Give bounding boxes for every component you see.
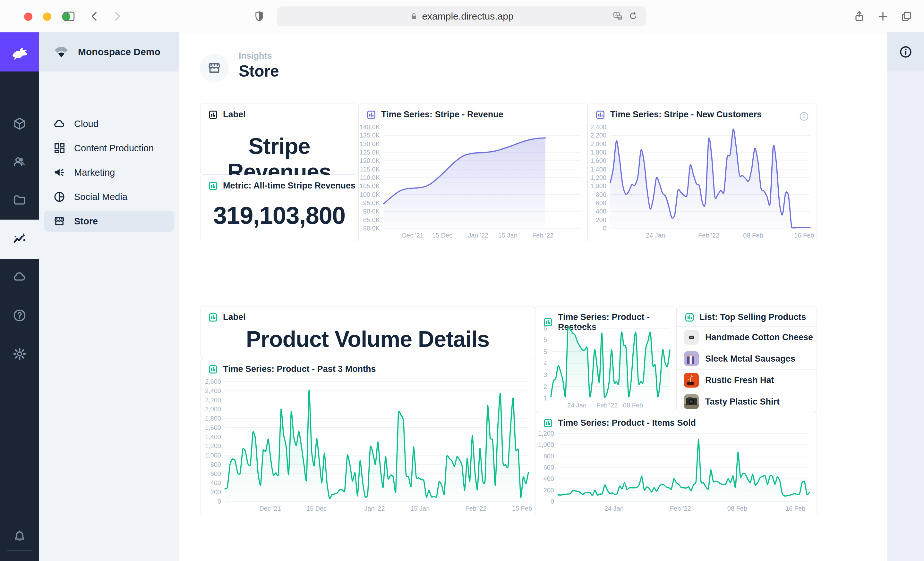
product-name: Rustic Fresh Hat bbox=[705, 375, 774, 385]
panel-header-label: Time Series: Product - Past 3 Months bbox=[223, 364, 376, 374]
sidebar-item-store[interactable]: Store bbox=[44, 211, 174, 232]
panel-header-label: List: Top Selling Products bbox=[699, 312, 806, 322]
svg-text:Dec '21: Dec '21 bbox=[259, 505, 281, 512]
product-name: Handmade Cotton Cheese bbox=[705, 332, 813, 343]
nav-sidebar: Monospace Demo Cloud Content Production … bbox=[39, 32, 179, 561]
share-icon[interactable] bbox=[852, 9, 867, 24]
back-icon[interactable] bbox=[87, 9, 102, 24]
module-files-icon[interactable] bbox=[0, 183, 39, 218]
svg-text:600: 600 bbox=[210, 470, 221, 477]
sidebar-toggle-icon[interactable] bbox=[61, 9, 76, 24]
sidebar-divider bbox=[7, 550, 32, 551]
sidebar-item-label: Cloud bbox=[74, 119, 99, 129]
panel-label-stripe: Label Stripe Revenues bbox=[200, 103, 358, 175]
panel-header-label: Time Series: Stripe - Revenue bbox=[381, 110, 503, 120]
sidebar-item-social-media[interactable]: Social Media bbox=[44, 186, 174, 207]
panel-header-label: Metric: All-time Stripe Revenues bbox=[223, 181, 356, 191]
project-name: Monospace Demo bbox=[78, 46, 160, 57]
restocks-chart[interactable]: 655432124 JanFeb '2208 Feb bbox=[538, 325, 674, 410]
svg-text:24 Jan: 24 Jan bbox=[567, 402, 586, 409]
forward-icon[interactable] bbox=[110, 9, 125, 24]
module-content-icon[interactable] bbox=[0, 106, 39, 141]
svg-text:200: 200 bbox=[543, 487, 554, 494]
svg-text:105.0K: 105.0K bbox=[360, 183, 380, 190]
panel-chart-stripe-revenue: Time Series: Stripe - Revenue 140.0K135.… bbox=[358, 103, 588, 241]
sidebar-item-marketing[interactable]: Marketing bbox=[44, 162, 174, 183]
svg-text:400: 400 bbox=[210, 479, 221, 486]
panel-label-product: Label Product Volume Details bbox=[200, 306, 535, 358]
list-item[interactable]: Rustic Fresh Hat bbox=[677, 369, 816, 391]
user-avatar-icon[interactable] bbox=[0, 557, 39, 561]
list-item[interactable]: Handmade Cotton Cheese bbox=[677, 326, 816, 348]
panel-list-top-products: List: Top Selling Products Handmade Cott… bbox=[676, 306, 817, 412]
sidebar-item-label: Social Media bbox=[74, 192, 128, 202]
info-sidebar-button[interactable] bbox=[887, 32, 924, 72]
activity-clipboard-icon[interactable] bbox=[887, 557, 924, 561]
module-insights-icon[interactable] bbox=[0, 220, 39, 259]
pie-circle-icon bbox=[53, 190, 66, 203]
svg-text:Jan '22: Jan '22 bbox=[468, 232, 488, 239]
stripe-revenue-chart[interactable]: 140.0K135.0K130.0K125.0K120.0K115.0K110.… bbox=[360, 124, 585, 240]
minimize-window-button[interactable] bbox=[43, 12, 51, 21]
svg-text:Dec '21: Dec '21 bbox=[402, 232, 423, 239]
privacy-shield-icon[interactable] bbox=[252, 9, 267, 24]
module-help-icon[interactable] bbox=[0, 298, 39, 333]
svg-text:15 Jan: 15 Jan bbox=[498, 232, 518, 239]
svg-text:24 Jan: 24 Jan bbox=[646, 232, 665, 239]
module-users-icon[interactable] bbox=[0, 144, 39, 180]
panel-type-icon bbox=[366, 110, 376, 120]
product-name: Sleek Metal Sausages bbox=[705, 354, 795, 364]
product-thumbnail bbox=[684, 330, 699, 345]
list-item[interactable]: Tasty Plastic Shirt bbox=[677, 391, 816, 412]
notifications-bell-icon[interactable] bbox=[0, 518, 39, 554]
breadcrumb[interactable]: Insights bbox=[239, 51, 272, 61]
tab-overview-icon[interactable] bbox=[898, 9, 914, 24]
svg-text:4: 4 bbox=[543, 360, 547, 367]
svg-text:1,600: 1,600 bbox=[590, 157, 606, 164]
reload-icon[interactable] bbox=[628, 12, 638, 21]
svg-text:2,200: 2,200 bbox=[590, 132, 606, 139]
svg-text:1,200: 1,200 bbox=[205, 442, 221, 449]
items-sold-chart[interactable]: 1,2001,000800600400200024 JanFeb '2208 F… bbox=[538, 430, 814, 513]
svg-text:1,000: 1,000 bbox=[205, 452, 221, 459]
sidebar-item-label: Store bbox=[74, 216, 98, 227]
directus-logo[interactable] bbox=[0, 32, 39, 72]
svg-text:2: 2 bbox=[543, 383, 547, 390]
svg-text:800: 800 bbox=[543, 453, 554, 460]
svg-text:3: 3 bbox=[543, 371, 547, 378]
module-settings-icon[interactable] bbox=[0, 336, 39, 371]
project-header[interactable]: Monospace Demo bbox=[39, 32, 179, 72]
page-header: Insights Store bbox=[179, 32, 887, 103]
dashboard-grid-icon bbox=[53, 142, 66, 154]
svg-text:5: 5 bbox=[543, 348, 547, 355]
svg-text:120.0K: 120.0K bbox=[360, 157, 380, 164]
url-text: example.directus.app bbox=[422, 11, 513, 22]
svg-text:130.0K: 130.0K bbox=[360, 141, 380, 147]
panel-header-label: Label bbox=[223, 110, 246, 120]
svg-text:95.0K: 95.0K bbox=[363, 199, 380, 206]
lock-icon bbox=[410, 12, 418, 21]
panel-info-icon[interactable] bbox=[798, 111, 810, 122]
svg-text:2,000: 2,000 bbox=[205, 405, 221, 413]
new-tab-icon[interactable] bbox=[875, 9, 891, 24]
svg-text:1,600: 1,600 bbox=[205, 424, 221, 431]
svg-text:15 Dec: 15 Dec bbox=[306, 505, 327, 512]
close-window-button[interactable] bbox=[24, 12, 32, 21]
svg-text:5: 5 bbox=[543, 336, 547, 343]
svg-text:125.0K: 125.0K bbox=[360, 149, 380, 156]
sidebar-item-content-production[interactable]: Content Production bbox=[44, 138, 174, 159]
past-3-months-chart[interactable]: 2,6002,4002,2002,0001,8001,6001,4001,200… bbox=[202, 378, 533, 513]
module-cloud-icon[interactable] bbox=[0, 259, 39, 294]
svg-text:2,600: 2,600 bbox=[205, 378, 221, 385]
svg-text:200: 200 bbox=[210, 489, 221, 495]
panel-type-icon bbox=[208, 181, 218, 191]
new-customers-chart[interactable]: 2,4002,2002,0001,8001,6001,4001,2001,000… bbox=[589, 124, 814, 240]
megaphone-icon bbox=[53, 166, 66, 179]
list-item[interactable]: Sleek Metal Sausages bbox=[677, 348, 816, 369]
translate-icon[interactable]: A文 bbox=[612, 11, 623, 22]
sidebar-item-cloud[interactable]: Cloud bbox=[44, 113, 174, 134]
metric-value: 319,103,800 bbox=[201, 201, 358, 229]
svg-text:0: 0 bbox=[218, 498, 221, 505]
address-bar[interactable]: example.directus.app A文 bbox=[277, 6, 646, 26]
panel-metric-revenues: Metric: All-time Stripe Revenues 319,103… bbox=[200, 175, 358, 241]
